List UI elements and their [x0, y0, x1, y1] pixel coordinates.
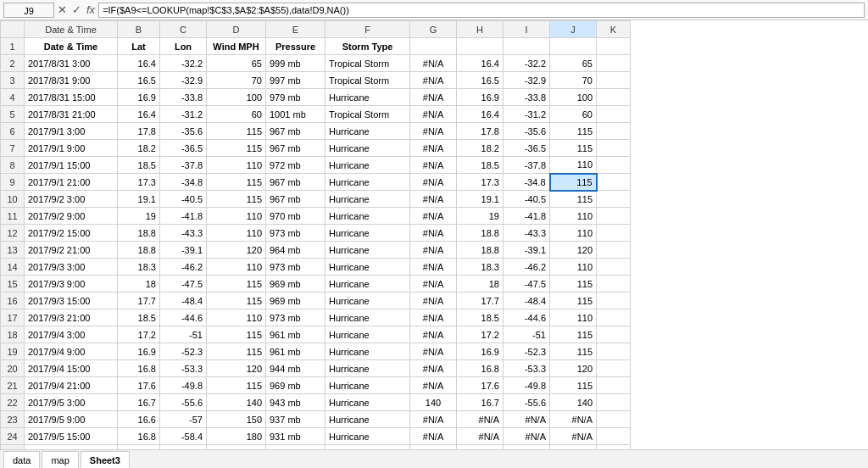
cell[interactable]: 2017/9/2 9:00 [25, 208, 118, 225]
cell[interactable]: 70 [207, 72, 266, 89]
cell[interactable]: 100 [207, 89, 266, 106]
cell-I1[interactable] [504, 38, 550, 55]
cell[interactable]: 18.8 [457, 242, 504, 259]
cell[interactable] [597, 106, 631, 123]
cell[interactable]: 115 [550, 191, 597, 208]
cell[interactable]: 115 [207, 140, 266, 157]
col-header-D[interactable]: D [207, 21, 266, 38]
cell[interactable] [597, 343, 631, 360]
cell-C1[interactable]: Lon [160, 38, 207, 55]
cell[interactable]: 115 [550, 140, 597, 157]
cell[interactable]: 180 [207, 428, 266, 445]
cell[interactable]: 16.6 [118, 411, 160, 428]
cell[interactable]: 115 [550, 377, 597, 394]
cell[interactable]: 18.8 [118, 225, 160, 242]
cell[interactable]: -33.8 [160, 89, 207, 106]
cell[interactable]: -43.3 [504, 225, 550, 242]
cell[interactable]: 18.5 [457, 309, 504, 326]
cell[interactable] [597, 89, 631, 106]
cell[interactable]: -58.4 [160, 428, 207, 445]
cell[interactable]: 140 [207, 394, 266, 411]
cell[interactable]: 2017/9/1 15:00 [25, 157, 118, 174]
cell[interactable]: 110 [550, 259, 597, 276]
cell[interactable]: 937 mb [266, 411, 326, 428]
cell[interactable] [597, 360, 631, 377]
cell[interactable]: 961 mb [266, 326, 326, 343]
cell[interactable]: Hurricane [326, 174, 410, 191]
cell[interactable]: -33.8 [504, 89, 550, 106]
cell[interactable]: -37.8 [504, 157, 550, 174]
cell[interactable]: 65 [550, 55, 597, 72]
cell[interactable]: #N/A [410, 428, 457, 445]
cell[interactable]: 19 [457, 208, 504, 225]
cell[interactable]: #N/A [410, 72, 457, 89]
cell[interactable]: #N/A [410, 242, 457, 259]
cell[interactable]: -46.2 [504, 259, 550, 276]
col-header-H[interactable]: H [457, 21, 504, 38]
cell[interactable]: Tropical Storm [326, 106, 410, 123]
cell[interactable]: #N/A [410, 140, 457, 157]
cell[interactable]: 115 [207, 292, 266, 309]
cell[interactable]: -35.6 [504, 123, 550, 140]
sheet-tab-data[interactable]: data [3, 451, 40, 468]
cell[interactable]: 2017/9/2 3:00 [25, 191, 118, 208]
cell[interactable] [597, 225, 631, 242]
sheet-tab-sheet3[interactable]: Sheet3 [81, 451, 130, 468]
cell[interactable]: 2017/8/31 21:00 [25, 106, 118, 123]
cell-B1[interactable]: Lat [118, 38, 160, 55]
cell[interactable]: 2017/9/2 15:00 [25, 225, 118, 242]
cell[interactable] [597, 72, 631, 89]
cell[interactable]: #N/A [410, 326, 457, 343]
cell[interactable]: -32.9 [160, 72, 207, 89]
cell[interactable]: Hurricane [326, 225, 410, 242]
cell[interactable]: 115 [550, 123, 597, 140]
cell[interactable] [597, 292, 631, 309]
cell[interactable]: Hurricane [326, 411, 410, 428]
cell[interactable]: Hurricane [326, 360, 410, 377]
cell[interactable]: 115 [207, 343, 266, 360]
cell[interactable]: 115 [550, 174, 597, 191]
cell[interactable]: 110 [207, 157, 266, 174]
cell[interactable]: -34.8 [160, 174, 207, 191]
cell[interactable]: 967 mb [266, 140, 326, 157]
formula-input[interactable] [98, 3, 865, 18]
cell[interactable]: #N/A [504, 428, 550, 445]
cell[interactable]: #N/A [410, 360, 457, 377]
cell[interactable]: 17.7 [457, 292, 504, 309]
cell[interactable]: 2017/9/4 21:00 [25, 377, 118, 394]
cell[interactable]: 972 mb [266, 157, 326, 174]
sheet-tab-map[interactable]: map [42, 451, 78, 468]
cell[interactable]: Tropical Storm [326, 72, 410, 89]
cell-F1[interactable]: Storm Type [326, 38, 410, 55]
cell[interactable]: 961 mb [266, 343, 326, 360]
cell[interactable]: 115 [207, 276, 266, 292]
cell[interactable] [597, 428, 631, 445]
cell[interactable]: -46.2 [160, 259, 207, 276]
cell[interactable]: 115 [207, 377, 266, 394]
cell[interactable] [597, 191, 631, 208]
cell[interactable]: 120 [550, 242, 597, 259]
cell[interactable]: 115 [207, 326, 266, 343]
col-header-J[interactable]: J [550, 21, 597, 38]
cell[interactable]: #N/A [410, 89, 457, 106]
cell[interactable]: 2017/9/4 15:00 [25, 360, 118, 377]
cell-H1[interactable] [457, 38, 504, 55]
cell[interactable]: 110 [550, 309, 597, 326]
cell[interactable]: -44.6 [160, 309, 207, 326]
cell[interactable]: Hurricane [326, 309, 410, 326]
cell[interactable]: #N/A [410, 55, 457, 72]
cell[interactable]: -47.5 [504, 276, 550, 292]
cell[interactable]: 140 [410, 394, 457, 411]
col-header-B[interactable]: B [118, 21, 160, 38]
cell[interactable]: -57 [160, 411, 207, 428]
cell-D1[interactable]: Wind MPH [207, 38, 266, 55]
cell[interactable]: 16.4 [457, 55, 504, 72]
cell[interactable]: 2017/9/1 3:00 [25, 123, 118, 140]
cell[interactable]: -49.8 [160, 377, 207, 394]
cell[interactable] [597, 55, 631, 72]
cell[interactable]: 110 [207, 309, 266, 326]
cell[interactable]: 967 mb [266, 191, 326, 208]
cell[interactable]: -41.8 [504, 208, 550, 225]
cell[interactable]: Hurricane [326, 242, 410, 259]
cell[interactable]: 2017/9/5 15:00 [25, 428, 118, 445]
